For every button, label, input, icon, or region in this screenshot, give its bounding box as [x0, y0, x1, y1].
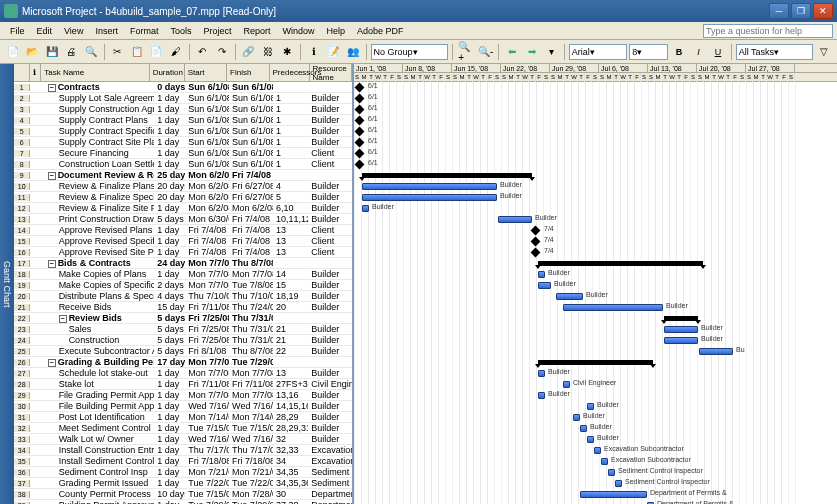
task-row[interactable]: 19Make Copies of Specifications2 daysMon… [14, 280, 352, 291]
task-row[interactable]: 29File Grading Permit Application1 dayMo… [14, 390, 352, 401]
task-bar[interactable] [538, 271, 545, 278]
task-row[interactable]: 20Distribute Plans & Specifications4 day… [14, 291, 352, 302]
menu-view[interactable]: View [58, 24, 89, 38]
undo-button[interactable]: ↶ [194, 43, 212, 61]
gantt-row[interactable]: Department of Permits & [354, 489, 837, 500]
milestone-icon[interactable] [355, 83, 365, 93]
task-bar[interactable] [580, 491, 647, 498]
help-search-input[interactable] [703, 24, 833, 38]
gantt-row[interactable]: Builder [354, 269, 837, 280]
task-row[interactable]: 34Install Construction Entrance1 dayThu … [14, 445, 352, 456]
gantt-row[interactable]: 7/4 [354, 225, 837, 236]
milestone-icon[interactable] [531, 237, 541, 247]
task-row[interactable]: 23Sales5 daysFri 7/25/08Thu 7/31/0821Bui… [14, 324, 352, 335]
milestone-icon[interactable] [531, 248, 541, 258]
italic-button[interactable]: I [690, 43, 708, 61]
task-row[interactable]: 18Make Copies of Plans1 dayMon 7/7/08Mon… [14, 269, 352, 280]
maximize-button[interactable]: ❐ [791, 3, 811, 19]
task-row[interactable]: 8Construction Loan Settlement1 daySun 6/… [14, 159, 352, 170]
task-row[interactable]: 15Approve Revised Specifications1 dayFri… [14, 236, 352, 247]
gantt-row[interactable]: Department of Permits & [354, 500, 837, 504]
gantt-row[interactable] [354, 313, 837, 324]
task-row[interactable]: 24Construction5 daysFri 7/25/08Thu 7/31/… [14, 335, 352, 346]
task-bar[interactable] [362, 183, 497, 190]
milestone-icon[interactable] [355, 127, 365, 137]
task-row[interactable]: 30File Building Permit Application1 dayW… [14, 401, 352, 412]
assign-button[interactable]: 👥 [344, 43, 362, 61]
col-predecessors[interactable]: Predecessors [270, 64, 310, 81]
task-row[interactable]: 13Print Construction Drawings5 daysMon 6… [14, 214, 352, 225]
gantt-row[interactable]: Builder [354, 412, 837, 423]
gantt-row[interactable]: Builder [354, 423, 837, 434]
notes-button[interactable]: 📝 [325, 43, 343, 61]
gantt-row[interactable]: Builder [354, 335, 837, 346]
zoom-out-button[interactable]: 🔍- [477, 43, 495, 61]
task-bar[interactable] [608, 469, 615, 476]
summary-bar[interactable] [538, 360, 653, 365]
underline-button[interactable]: U [709, 43, 727, 61]
gantt-body[interactable]: 6/16/16/16/16/16/16/16/1BuilderBuilderBu… [354, 82, 837, 504]
milestone-icon[interactable] [355, 94, 365, 104]
task-row[interactable]: 17−Bids & Contracts24 daysMon 7/7/08Thu … [14, 258, 352, 269]
summary-bar[interactable] [664, 316, 698, 321]
task-bar[interactable] [362, 194, 497, 201]
task-bar[interactable] [664, 337, 698, 344]
task-row[interactable]: 2Supply Lot Sale Agreement1 daySun 6/1/0… [14, 93, 352, 104]
copy-button[interactable]: 📋 [128, 43, 146, 61]
autofilter-button[interactable]: ▽ [815, 43, 833, 61]
task-row[interactable]: 26−Grading & Building Permits17 daysMon … [14, 357, 352, 368]
task-bar[interactable] [556, 293, 583, 300]
row-num-header[interactable] [14, 64, 30, 81]
task-row[interactable]: 4Supply Contract Plans1 daySun 6/1/08Sun… [14, 115, 352, 126]
zoom-in-button[interactable]: 🔍+ [457, 43, 475, 61]
cut-button[interactable]: ✂ [109, 43, 127, 61]
gantt-row[interactable]: 6/1 [354, 148, 837, 159]
menu-format[interactable]: Format [124, 24, 165, 38]
print-preview-button[interactable]: 🔍 [82, 43, 100, 61]
gantt-row[interactable]: Civil Engineer [354, 379, 837, 390]
gantt-row[interactable]: 6/1 [354, 82, 837, 93]
minimize-button[interactable]: ─ [769, 3, 789, 19]
task-row[interactable]: 33Walk Lot w/ Owner1 dayWed 7/16/08Wed 7… [14, 434, 352, 445]
task-row[interactable]: 31Post Lot Identification1 dayMon 7/14/0… [14, 412, 352, 423]
gantt-row[interactable]: 6/1 [354, 93, 837, 104]
gantt-row[interactable]: Builder [354, 434, 837, 445]
task-row[interactable]: 35Install Sediment Controls1 dayFri 7/18… [14, 456, 352, 467]
gantt-row[interactable]: Builder [354, 324, 837, 335]
milestone-icon[interactable] [355, 138, 365, 148]
task-bar[interactable] [594, 447, 601, 454]
task-bar[interactable] [587, 403, 594, 410]
task-bar[interactable] [699, 348, 733, 355]
menu-report[interactable]: Report [237, 24, 276, 38]
task-row[interactable]: 38County Permit Process10 daysTue 7/15/0… [14, 489, 352, 500]
summary-bar[interactable] [538, 261, 703, 266]
paste-button[interactable]: 📄 [148, 43, 166, 61]
info-header[interactable]: ℹ [30, 64, 41, 81]
font-size-selector[interactable]: 8 ▾ [629, 44, 668, 60]
close-button[interactable]: ✕ [813, 3, 833, 19]
bold-button[interactable]: B [670, 43, 688, 61]
show-button[interactable]: ▾ [542, 43, 560, 61]
gantt-row[interactable]: 6/1 [354, 126, 837, 137]
task-row[interactable]: 39Building Permit Approved1 dayTue 7/29/… [14, 500, 352, 504]
task-bar[interactable] [587, 436, 594, 443]
gantt-row[interactable]: Builder [354, 401, 837, 412]
col-resource[interactable]: Resource Name [310, 64, 352, 81]
milestone-icon[interactable] [355, 105, 365, 115]
task-row[interactable]: 37Grading Permit Issued1 dayTue 7/22/08T… [14, 478, 352, 489]
gantt-row[interactable]: Builder [354, 192, 837, 203]
menu-window[interactable]: Window [276, 24, 320, 38]
gantt-row[interactable]: Builder [354, 291, 837, 302]
link-button[interactable]: 🔗 [240, 43, 258, 61]
redo-button[interactable]: ↷ [213, 43, 231, 61]
gantt-row[interactable] [354, 258, 837, 269]
task-bar[interactable] [573, 414, 580, 421]
milestone-icon[interactable] [355, 160, 365, 170]
menu-insert[interactable]: Insert [89, 24, 124, 38]
gantt-row[interactable]: Builder [354, 368, 837, 379]
gantt-row[interactable]: 7/4 [354, 247, 837, 258]
gantt-row[interactable]: Sediment Control Inspector [354, 467, 837, 478]
task-bar[interactable] [615, 480, 622, 487]
milestone-icon[interactable] [355, 149, 365, 159]
task-bar[interactable] [664, 326, 698, 333]
